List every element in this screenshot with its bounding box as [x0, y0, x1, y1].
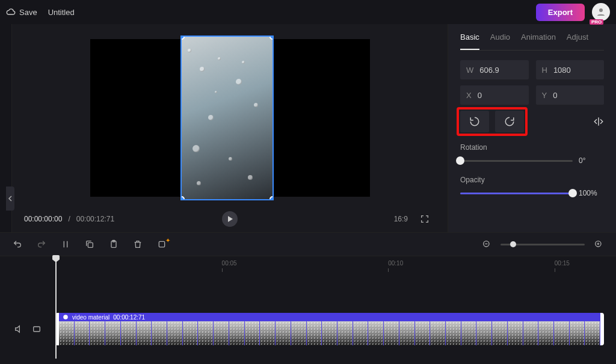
- x-field[interactable]: X0: [460, 85, 529, 105]
- trash-icon: [133, 239, 143, 249]
- selected-clip-frame[interactable]: [180, 35, 274, 200]
- flip-horizontal-button[interactable]: [593, 111, 604, 132]
- play-icon: [226, 215, 233, 223]
- opacity-label: Opacity: [460, 176, 604, 184]
- ruler-tick: 00:05: [222, 260, 237, 267]
- opacity-value: 100%: [579, 189, 604, 197]
- ruler-tick: 00:10: [388, 260, 403, 267]
- tab-animation[interactable]: Animation: [521, 32, 556, 50]
- clip-name: video material: [72, 314, 109, 321]
- timeline[interactable]: 00:05 00:10 00:15 video material 00:00:1…: [0, 256, 616, 364]
- effects-button[interactable]: ✦: [156, 239, 167, 250]
- copy-button[interactable]: [84, 239, 95, 250]
- aspect-ratio[interactable]: 16:9: [394, 215, 408, 223]
- clip-thumbnails: [59, 321, 600, 345]
- paste-button[interactable]: [108, 239, 119, 250]
- rotate-ccw-icon: [469, 116, 480, 127]
- delete-button[interactable]: [132, 239, 143, 250]
- tab-adjust[interactable]: Adjust: [567, 32, 588, 50]
- total-duration: 00:00:12:71: [76, 215, 114, 223]
- resize-handle-br[interactable]: [270, 196, 274, 200]
- y-field[interactable]: Y0: [536, 85, 605, 105]
- rotation-slider[interactable]: [460, 160, 573, 162]
- width-field[interactable]: W606.9: [460, 60, 529, 79]
- resize-handle-tr[interactable]: [270, 35, 274, 40]
- svg-rect-1: [88, 242, 93, 247]
- svg-point-8: [63, 315, 68, 319]
- split-icon: [61, 239, 70, 249]
- rotate-cw-icon: [504, 116, 515, 127]
- timeline-toolbar: ✦: [0, 232, 616, 256]
- expand-left-panel-button[interactable]: [6, 187, 14, 211]
- playhead[interactable]: [55, 256, 57, 359]
- mute-track-icon[interactable]: [14, 324, 23, 334]
- preview-canvas[interactable]: [90, 39, 370, 197]
- clip-duration: 00:00:12:71: [113, 314, 145, 321]
- ruler-tick: 00:15: [555, 260, 570, 267]
- zoom-out-button[interactable]: [481, 239, 492, 250]
- pro-badge: PRO: [590, 19, 603, 25]
- rotation-value: 0°: [579, 156, 604, 165]
- zoom-in-icon: [594, 239, 603, 249]
- svg-point-0: [599, 8, 603, 12]
- time-separator: /: [68, 215, 70, 223]
- split-button[interactable]: [60, 239, 71, 250]
- hide-track-icon[interactable]: [32, 324, 42, 334]
- opacity-slider[interactable]: [460, 193, 573, 194]
- tab-audio[interactable]: Audio: [490, 32, 510, 50]
- clip-icon: [63, 314, 69, 320]
- paste-icon: [109, 239, 119, 249]
- fullscreen-icon[interactable]: [420, 214, 430, 224]
- redo-button[interactable]: [36, 239, 47, 250]
- top-bar: Save Untitled Export PRO: [0, 0, 616, 24]
- cloud-icon: [6, 7, 16, 17]
- preview-controls: 00:00:00:00 / 00:00:12:71 16:9: [24, 206, 436, 232]
- resize-handle-tl[interactable]: [180, 35, 185, 40]
- copy-icon: [85, 239, 94, 249]
- export-button[interactable]: Export: [536, 4, 585, 21]
- tab-basic[interactable]: Basic: [460, 32, 479, 50]
- height-field[interactable]: H1080: [536, 60, 605, 79]
- play-button[interactable]: [222, 211, 238, 227]
- timeline-ruler[interactable]: 00:05 00:10 00:15: [55, 260, 610, 272]
- resize-handle-bl[interactable]: [180, 196, 185, 200]
- user-icon: [596, 7, 606, 17]
- undo-button[interactable]: [12, 239, 23, 250]
- svg-rect-4: [159, 241, 164, 247]
- rotation-label: Rotation: [460, 143, 604, 152]
- flip-horizontal-icon: [593, 116, 604, 127]
- undo-icon: [13, 239, 22, 249]
- current-time: 00:00:00:00: [24, 215, 62, 223]
- preview-area: 00:00:00:00 / 00:00:12:71 16:9: [12, 24, 448, 232]
- project-title[interactable]: Untitled: [48, 8, 75, 17]
- save-label: Save: [19, 8, 37, 17]
- zoom-slider[interactable]: [500, 244, 585, 245]
- inspector-panel: Basic Audio Animation Adjust W606.9 H108…: [448, 24, 616, 232]
- zoom-in-button[interactable]: [593, 239, 604, 250]
- redo-icon: [37, 239, 46, 249]
- left-panel-collapsed: [0, 24, 12, 232]
- zoom-out-icon: [482, 239, 491, 249]
- save-button[interactable]: Save: [6, 7, 37, 17]
- avatar[interactable]: PRO: [592, 3, 610, 21]
- rotate-ccw-button[interactable]: [460, 111, 489, 132]
- rotate-cw-button[interactable]: [495, 111, 524, 132]
- timeline-clip[interactable]: video material 00:00:12:71: [55, 313, 604, 345]
- svg-rect-7: [34, 327, 40, 332]
- chevron-left-icon: [8, 196, 13, 202]
